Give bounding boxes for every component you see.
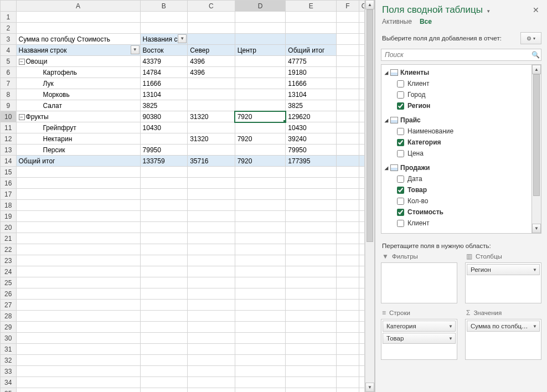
- cell[interactable]: [188, 89, 235, 100]
- chevron-down-icon[interactable]: ▼: [448, 336, 453, 341]
- row-header[interactable]: 31: [1, 344, 17, 355]
- area-values[interactable]: ΣЗначения Сумма по столбц…▼: [465, 309, 541, 360]
- column-filter-dropdown-icon[interactable]: ▼: [178, 34, 187, 43]
- cell[interactable]: 3825: [286, 100, 337, 111]
- row-header[interactable]: 11: [1, 122, 17, 133]
- chip-sum-stoimost[interactable]: Сумма по столбц…▼: [467, 321, 540, 332]
- tab-all[interactable]: Все: [420, 18, 432, 25]
- field-checkbox[interactable]: [397, 80, 404, 87]
- cell[interactable]: [188, 78, 235, 89]
- chip-kategoriya[interactable]: Категория▼: [383, 321, 456, 332]
- field-checkbox[interactable]: [397, 198, 404, 205]
- sheet-vertical-scrollbar[interactable]: ▲ ▼: [365, 0, 374, 392]
- pivot-row-field[interactable]: Названия строк ▼: [16, 45, 140, 56]
- chevron-down-icon[interactable]: ▼: [448, 324, 453, 329]
- cell[interactable]: 13104: [140, 89, 188, 100]
- scroll-track[interactable]: [532, 74, 541, 224]
- scroll-down-icon[interactable]: ▼: [532, 224, 541, 233]
- pivot-column-field[interactable]: Названия с ▼: [140, 34, 188, 45]
- area-values-body[interactable]: Сумма по столбц…▼: [465, 319, 541, 360]
- pivot-values-label[interactable]: Сумма по столбцу Стоимость: [16, 34, 140, 45]
- cell[interactable]: 4396: [188, 67, 235, 78]
- col-header-B[interactable]: B: [140, 1, 188, 12]
- col-header-G[interactable]: G: [359, 1, 364, 12]
- row-header[interactable]: 12: [1, 133, 17, 145]
- area-filters-body[interactable]: [381, 262, 457, 303]
- field-klient2[interactable]: Клиент: [381, 218, 531, 229]
- row-header[interactable]: 7: [1, 78, 17, 89]
- cell[interactable]: [140, 133, 188, 145]
- row-header[interactable]: 10: [1, 111, 17, 122]
- col-header-E[interactable]: E: [286, 1, 337, 12]
- field-cena[interactable]: Цена: [381, 148, 531, 159]
- row-header[interactable]: 33: [1, 366, 17, 377]
- row-filter-dropdown-icon[interactable]: ▼: [131, 45, 140, 54]
- col-header-F[interactable]: F: [337, 1, 359, 12]
- row-header[interactable]: 28: [1, 311, 17, 322]
- scroll-thumb[interactable]: [533, 74, 540, 196]
- search-icon[interactable]: 🔍: [530, 51, 541, 59]
- field-table-prais[interactable]: ◢Прайс: [381, 115, 531, 126]
- col-header-centr[interactable]: Центр: [235, 45, 286, 56]
- row-header[interactable]: 4: [1, 45, 17, 56]
- row-header[interactable]: 21: [1, 233, 17, 244]
- field-tovar[interactable]: Товар: [381, 184, 531, 195]
- pane-layout-options-button[interactable]: ⚙ ▾: [520, 32, 541, 44]
- area-rows[interactable]: ≡Строки Категория▼ Товар▼: [381, 309, 457, 360]
- field-data[interactable]: Дата: [381, 173, 531, 184]
- row-header[interactable]: 18: [1, 200, 17, 211]
- col-header-grand[interactable]: Общий итог: [286, 45, 337, 56]
- field-checkbox[interactable]: [397, 220, 404, 227]
- cell[interactable]: 11666: [140, 78, 188, 89]
- field-search[interactable]: 🔍: [381, 49, 541, 61]
- selected-cell[interactable]: 7920: [235, 111, 286, 122]
- field-stoimost[interactable]: Стоимость: [381, 207, 531, 218]
- cell[interactable]: 39240: [286, 133, 337, 145]
- cell[interactable]: 19180: [286, 67, 337, 78]
- pivot-item[interactable]: Грейпфрут: [16, 122, 140, 133]
- row-header[interactable]: 34: [1, 377, 17, 388]
- pivot-item[interactable]: Персик: [16, 145, 140, 156]
- cell[interactable]: 3825: [140, 100, 188, 111]
- cell[interactable]: 10430: [286, 122, 337, 133]
- field-region[interactable]: Регион: [381, 100, 531, 111]
- cell[interactable]: 14784: [140, 67, 188, 78]
- row-header[interactable]: 2: [1, 23, 17, 34]
- row-header[interactable]: 1: [1, 12, 17, 23]
- cell[interactable]: 177395: [286, 156, 337, 167]
- cell[interactable]: 13104: [286, 89, 337, 100]
- row-header[interactable]: 14: [1, 156, 17, 167]
- scroll-thumb[interactable]: [367, 9, 373, 242]
- pivot-group[interactable]: −Фрукты: [16, 111, 140, 122]
- cell[interactable]: 35716: [188, 156, 235, 167]
- row-header[interactable]: 22: [1, 244, 17, 255]
- cell[interactable]: [235, 56, 286, 67]
- col-header-C[interactable]: C: [188, 1, 235, 12]
- pivot-item[interactable]: Картофель: [16, 67, 140, 78]
- row-header[interactable]: 20: [1, 222, 17, 233]
- cell[interactable]: 47775: [286, 56, 337, 67]
- cell[interactable]: 11666: [286, 78, 337, 89]
- row-header[interactable]: 15: [1, 167, 17, 178]
- cell[interactable]: 90380: [140, 111, 188, 122]
- search-input[interactable]: [381, 51, 530, 59]
- collapse-icon[interactable]: −: [19, 59, 25, 65]
- row-header[interactable]: 35: [1, 388, 17, 393]
- col-header-vostok[interactable]: Восток: [140, 45, 188, 56]
- cell[interactable]: 7920: [235, 156, 286, 167]
- cell[interactable]: 4396: [188, 56, 235, 67]
- row-header[interactable]: 3: [1, 34, 17, 45]
- cell[interactable]: 79950: [286, 145, 337, 156]
- row-header[interactable]: 32: [1, 355, 17, 366]
- collapse-icon[interactable]: −: [19, 114, 25, 120]
- field-table-klienty[interactable]: ◢Клиенты: [381, 67, 531, 78]
- field-kolvo[interactable]: Кол-во: [381, 195, 531, 207]
- cell[interactable]: [188, 145, 235, 156]
- row-header[interactable]: 6: [1, 67, 17, 78]
- field-checkbox[interactable]: [397, 176, 404, 183]
- row-header[interactable]: 24: [1, 266, 17, 277]
- area-columns[interactable]: ▥Столбцы Регион▼: [465, 252, 541, 303]
- grid[interactable]: A B C D E F G 1 2 3 Сумма по столбцу Сто…: [0, 0, 365, 392]
- row-header[interactable]: 25: [1, 277, 17, 288]
- field-list-scrollbar[interactable]: ▲ ▼: [532, 64, 541, 234]
